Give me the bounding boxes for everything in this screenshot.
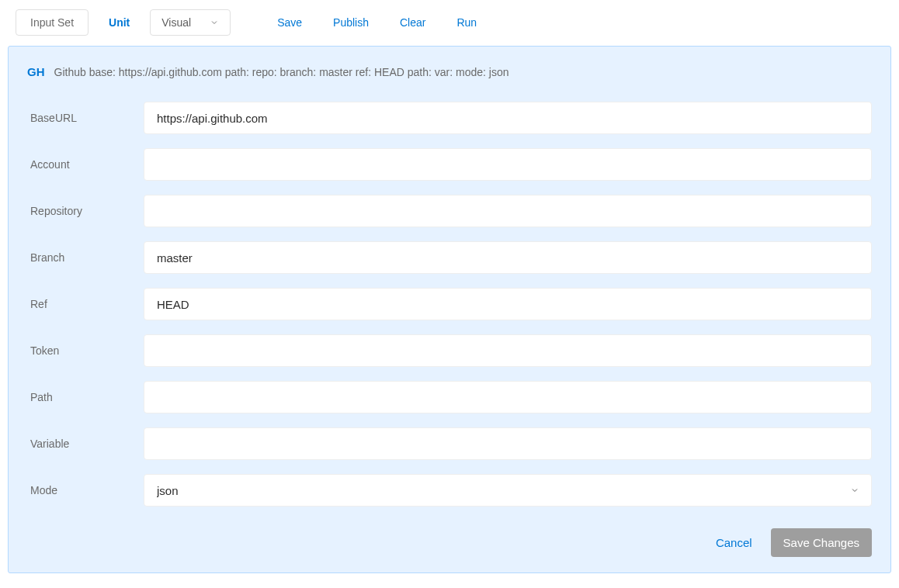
config-panel: GH Github base: https://api.github.com p… <box>8 46 891 573</box>
token-label: Token <box>27 344 144 357</box>
path-row: Path <box>27 381 872 413</box>
branch-label: Branch <box>27 251 144 264</box>
mode-select-wrapper <box>144 474 872 507</box>
ref-input[interactable] <box>144 288 872 320</box>
panel-code: GH <box>27 65 45 78</box>
branch-row: Branch <box>27 241 872 274</box>
variable-row: Variable <box>27 427 872 460</box>
account-row: Account <box>27 148 872 181</box>
ref-label: Ref <box>27 298 144 310</box>
ref-row: Ref <box>27 288 872 320</box>
chevron-down-icon <box>210 18 219 27</box>
token-input[interactable] <box>144 334 872 367</box>
cancel-button[interactable]: Cancel <box>713 530 755 555</box>
toolbar: Input Set Unit Visual Save Publish Clear… <box>0 0 899 46</box>
path-label: Path <box>27 391 144 403</box>
base-url-label: BaseURL <box>27 112 144 124</box>
base-url-input[interactable] <box>144 102 872 134</box>
account-input[interactable] <box>144 148 872 181</box>
mode-label: Mode <box>27 484 144 496</box>
run-action[interactable]: Run <box>444 10 489 35</box>
branch-input[interactable] <box>144 241 872 274</box>
repository-row: Repository <box>27 195 872 227</box>
input-set-button[interactable]: Input Set <box>16 9 89 36</box>
panel-header: GH Github base: https://api.github.com p… <box>27 65 872 78</box>
panel-description: Github base: https://api.github.com path… <box>54 66 509 78</box>
repository-input[interactable] <box>144 195 872 227</box>
variable-label: Variable <box>27 438 144 450</box>
unit-tab[interactable]: Unit <box>95 10 144 35</box>
base-url-row: BaseURL <box>27 102 872 134</box>
save-action[interactable]: Save <box>265 10 314 35</box>
variable-input[interactable] <box>144 427 872 460</box>
clear-action[interactable]: Clear <box>387 10 438 35</box>
save-changes-button[interactable]: Save Changes <box>771 528 872 557</box>
view-mode-select[interactable]: Visual <box>150 9 231 36</box>
view-mode-label: Visual <box>161 16 191 29</box>
mode-select[interactable] <box>144 474 872 507</box>
repository-label: Repository <box>27 205 144 217</box>
panel-footer: Cancel Save Changes <box>27 528 872 557</box>
token-row: Token <box>27 334 872 367</box>
account-label: Account <box>27 158 144 171</box>
mode-row: Mode <box>27 474 872 507</box>
publish-action[interactable]: Publish <box>321 10 381 35</box>
path-input[interactable] <box>144 381 872 413</box>
